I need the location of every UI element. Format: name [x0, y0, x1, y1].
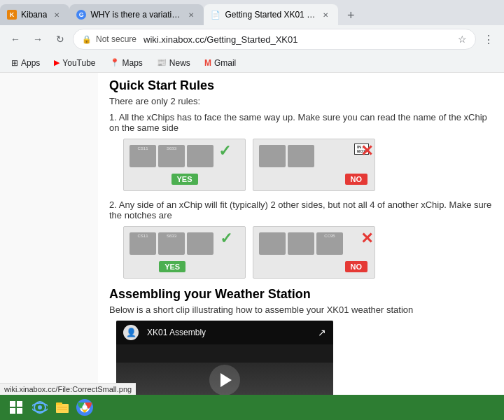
tab-why-close[interactable]: ✕: [186, 9, 197, 20]
tab-why[interactable]: G WHY is there a variation in visibi... …: [69, 4, 204, 25]
svg-rect-9: [57, 407, 67, 408]
bookmark-maps[interactable]: 📍 Maps: [104, 57, 148, 69]
rule-1-no-image: IN A BOX ✕ NO: [253, 139, 375, 191]
rule-1-check-icon: ✓: [218, 142, 231, 160]
quick-start-intro: There are only 2 rules:: [109, 96, 493, 106]
gmail-label: Gmail: [214, 58, 236, 68]
maps-label: Maps: [122, 58, 143, 68]
reload-button[interactable]: ↻: [50, 29, 70, 49]
rule-2-check-icon: ✓: [220, 230, 232, 248]
tab-kibana-close[interactable]: ✕: [51, 9, 62, 20]
video-avatar: 👤: [123, 325, 139, 340]
new-tab-button[interactable]: +: [341, 6, 360, 25]
svg-rect-2: [10, 408, 15, 414]
bookmark-gmail[interactable]: M Gmail: [199, 57, 241, 69]
news-favicon: 📰: [157, 58, 167, 67]
quick-start-title: Quick Start Rules: [109, 78, 493, 93]
tab-why-title: WHY is there a variation in visibi...: [90, 10, 181, 20]
rule-1-no-badge: NO: [345, 174, 368, 185]
rule-1-yes-image: CS11 S633 ✓ YES: [123, 139, 246, 191]
bookmarks-bar: ⊞ Apps ▶ YouTube 📍 Maps 📰 News M Gmail: [0, 53, 504, 73]
status-bar: wiki.xinabox.cc/File:CorrectSmall.png: [0, 383, 136, 395]
video-header: 👤 XK01 Assembly ↗: [116, 321, 333, 344]
taskbar-files-icon[interactable]: [53, 398, 71, 416]
tab-bar: K Kibana ✕ G WHY is there a variation in…: [0, 0, 504, 25]
share-icon[interactable]: ↗: [318, 327, 326, 338]
assembling-section: Assembling your Weather Station Below is…: [109, 287, 493, 395]
bookmark-star-icon[interactable]: ☆: [458, 34, 467, 45]
maps-favicon: 📍: [110, 58, 120, 67]
rule-1-number: 1.: [109, 112, 119, 122]
assembling-intro: Below is a short clip illustrating how t…: [109, 304, 493, 315]
rule-1-yes-badge: YES: [171, 174, 197, 185]
rule-1-images: CS11 S633 ✓ YES: [123, 139, 493, 191]
status-url: wiki.xinabox.cc/File:CorrectSmall.png: [4, 385, 132, 393]
start-button[interactable]: [6, 398, 27, 417]
svg-rect-8: [56, 402, 62, 405]
chrome-menu-button[interactable]: ⋮: [479, 29, 498, 49]
svg-rect-3: [17, 408, 22, 414]
nav-bar: ← → ↻ 🔒 Not secure wiki.xinabox.cc/Getti…: [0, 25, 504, 53]
svg-point-6: [38, 405, 42, 410]
apps-label: Apps: [21, 58, 40, 68]
youtube-favicon: ▶: [54, 58, 59, 67]
rule-1-cross-icon: ✕: [360, 142, 373, 160]
taskbar-ie-icon[interactable]: [31, 398, 49, 416]
rule-2-images: CS11 S633 ✓ YES: [123, 226, 493, 279]
rule-1: 1. All the xChips has to face the same w…: [109, 112, 493, 133]
svg-point-14: [83, 405, 88, 410]
address-text: wiki.xinabox.cc/Getting_Started_XK01: [144, 34, 454, 45]
svg-rect-10: [57, 409, 67, 410]
bookmark-youtube[interactable]: ▶ YouTube: [48, 57, 101, 69]
kibana-favicon: K: [7, 10, 17, 20]
page-content: Quick Start Rules There are only 2 rules…: [0, 73, 504, 395]
main-content: Quick Start Rules There are only 2 rules…: [98, 73, 504, 395]
rule-2-cross-icon: ✕: [360, 230, 373, 248]
not-secure-label: Not secure: [96, 34, 136, 44]
rule-2-yes-badge: YES: [159, 261, 186, 272]
rule-1-text: All the xChips has to face the same way …: [109, 112, 487, 133]
assembling-title: Assembling your Weather Station: [109, 287, 493, 302]
video-container[interactable]: 👤 XK01 Assembly ↗: [116, 321, 333, 395]
rule-2-no-badge: NO: [345, 261, 368, 272]
svg-rect-1: [17, 401, 22, 407]
taskbar-chrome-icon[interactable]: [76, 398, 94, 416]
bookmark-news[interactable]: 📰 News: [151, 57, 196, 69]
gmail-favicon: M: [204, 58, 211, 68]
tab-getting-started-close[interactable]: ✕: [320, 9, 331, 20]
forward-button[interactable]: →: [28, 29, 48, 49]
back-button[interactable]: ←: [6, 29, 25, 49]
youtube-label: YouTube: [62, 58, 95, 68]
rule-2: 2. Any side of an xChip will fit (typica…: [109, 200, 493, 220]
video-title: XK01 Assembly: [147, 328, 206, 337]
address-bar[interactable]: 🔒 Not secure wiki.xinabox.cc/Getting_Sta…: [73, 29, 476, 50]
tab-getting-started[interactable]: 📄 Getting Started XK01 - XinaBox ... ✕: [204, 4, 338, 25]
security-icon: 🔒: [82, 35, 92, 44]
apps-favicon: ⊞: [11, 58, 18, 68]
tab-getting-started-title: Getting Started XK01 - XinaBox ...: [225, 10, 316, 20]
page-favicon: 📄: [211, 10, 220, 20]
rule-2-text: Any side of an xChip will fit (typically…: [109, 200, 491, 220]
news-label: News: [169, 58, 190, 68]
rule-2-number: 2.: [109, 200, 119, 210]
rule-2-no-image: CC95 ✕ NO: [253, 226, 375, 279]
video-play-button[interactable]: [209, 365, 240, 395]
google-favicon: G: [76, 10, 86, 20]
tab-kibana-title: Kibana: [21, 10, 47, 20]
taskbar: [0, 395, 504, 420]
svg-rect-0: [10, 401, 15, 407]
tab-kibana[interactable]: K Kibana ✕: [0, 4, 69, 25]
bookmark-apps[interactable]: ⊞ Apps: [6, 57, 46, 69]
rule-2-yes-image: CS11 S633 ✓ YES: [123, 226, 246, 279]
left-gutter: [0, 73, 98, 395]
